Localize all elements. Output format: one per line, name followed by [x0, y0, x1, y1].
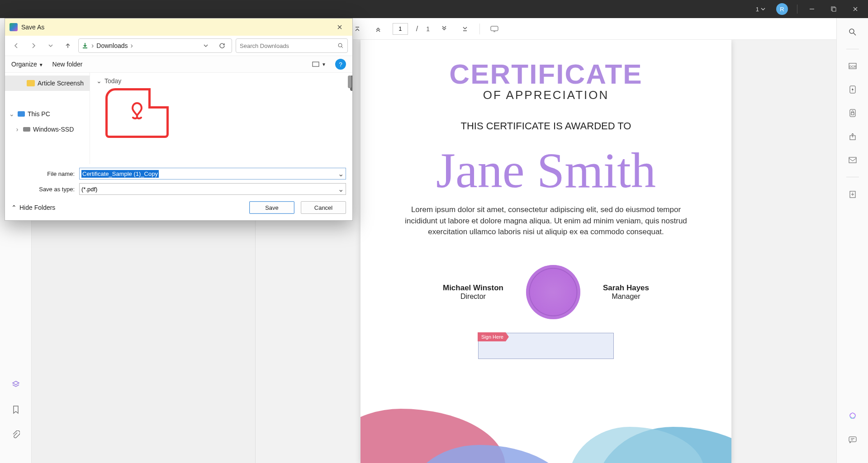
window-close-button[interactable] [846, 0, 864, 18]
share-icon[interactable] [846, 130, 859, 143]
nav-forward-button[interactable] [27, 39, 40, 52]
separator [797, 5, 797, 14]
ocr-icon[interactable]: OCR [846, 59, 859, 73]
app-body: 112% / 1 CERTIFICATE OF APPRECIATION THI… [0, 18, 868, 463]
view-mode-button[interactable]: ▼ [312, 61, 326, 67]
ai-icon[interactable] [846, 410, 859, 423]
file-list[interactable]: ⌄ Today [90, 73, 352, 164]
sign-here-tag: Sign Here [478, 332, 509, 341]
dialog-titlebar[interactable]: Save As [5, 19, 352, 36]
first-page-button[interactable] [351, 23, 364, 35]
comment-icon[interactable] [846, 433, 859, 447]
page-number-input[interactable] [393, 23, 408, 35]
certificate-recipient: Jane Smith [383, 146, 709, 195]
bookmark-icon[interactable] [9, 403, 22, 416]
nav-up-button[interactable] [61, 39, 75, 52]
page-total: 1 [426, 25, 430, 33]
certificate-seal-icon [526, 265, 580, 319]
signature-left: Michael Winston Director [443, 283, 503, 301]
cancel-button[interactable]: Cancel [301, 201, 346, 214]
presentation-icon[interactable] [488, 23, 501, 35]
nav-recent-button[interactable] [44, 39, 57, 52]
chevron-down-icon[interactable]: ⌄ [9, 110, 15, 118]
save-doc-icon[interactable] [846, 187, 859, 201]
new-folder-button[interactable]: New folder [52, 61, 83, 68]
organize-menu[interactable]: Organize ▼ [11, 61, 43, 68]
chevron-right-icon: › [91, 42, 94, 50]
quick-tool-icon[interactable] [846, 83, 859, 96]
search-icon[interactable] [846, 25, 859, 39]
save-as-dialog: Save As › Downloads › Or [5, 18, 353, 221]
prev-page-button[interactable] [372, 23, 384, 35]
window-maximize-button[interactable] [825, 0, 843, 18]
sig1-name: Michael Winston [443, 283, 503, 293]
svg-rect-10 [850, 109, 855, 117]
dialog-search-input[interactable] [240, 43, 335, 49]
tree-item-this-pc[interactable]: ⌄ This PC [5, 106, 90, 122]
separator [479, 24, 480, 34]
svg-text:OCR: OCR [849, 65, 856, 68]
chevron-down-icon[interactable]: ⌄ [338, 170, 344, 178]
dialog-search-box[interactable] [236, 38, 348, 53]
window-minimize-button[interactable] [803, 0, 821, 18]
svg-rect-17 [313, 62, 319, 66]
chevron-right-icon[interactable]: › [131, 42, 133, 50]
dialog-fields: File name: Certificate_Sample (1)_Copy ⌄… [5, 164, 352, 195]
chevron-down-icon: ⌄ [96, 77, 102, 85]
app-icon [9, 23, 18, 31]
filename-input[interactable]: Certificate_Sample (1)_Copy ⌄ [79, 168, 346, 180]
dialog-toolbar: Organize ▼ New folder ▼ ? [5, 56, 352, 73]
document-page: CERTIFICATE OF APPRECIATION THIS CERTIFI… [360, 40, 731, 463]
tree-item-article-screenshots[interactable]: Article Screensh [5, 76, 90, 91]
separator [846, 49, 859, 49]
tree-label: Windows-SSD [33, 126, 74, 133]
nav-back-button[interactable] [9, 39, 23, 52]
tree-label: Article Screensh [38, 80, 84, 87]
savetype-value: (*.pdf) [81, 186, 97, 193]
download-location-icon [81, 42, 89, 49]
tree-item-ssd[interactable]: › Windows-SSD [5, 122, 90, 137]
dialog-close-button[interactable] [332, 20, 348, 34]
sig1-role: Director [443, 293, 503, 301]
next-page-button[interactable] [438, 23, 451, 35]
signature-field[interactable]: Sign Here [478, 333, 614, 359]
chevron-down-icon[interactable]: ⌄ [338, 185, 344, 194]
refresh-button[interactable] [215, 43, 229, 49]
attachment-icon[interactable] [9, 429, 22, 441]
breadcrumb-bar[interactable]: › Downloads › [78, 38, 232, 53]
svg-rect-1 [832, 8, 836, 11]
layers-icon[interactable] [9, 378, 22, 391]
filename-label: File name: [11, 170, 79, 177]
folder-tree[interactable]: Article Screensh ⌄ This PC › Windows-SSD [5, 73, 90, 164]
group-header-today[interactable]: ⌄ Today [96, 77, 346, 85]
dialog-footer: ⌃ Hide Folders Save Cancel [5, 195, 352, 220]
certificate-award-line: THIS CERTIFICATE IS AWARDED TO [383, 120, 709, 132]
chevron-right-icon[interactable]: › [14, 126, 20, 133]
separator [846, 177, 859, 177]
search-icon[interactable] [337, 43, 344, 49]
protect-icon[interactable] [846, 106, 859, 120]
files-scrollbar[interactable] [348, 76, 351, 88]
help-button[interactable]: ? [335, 59, 346, 70]
tab-count[interactable]: 1 [756, 6, 765, 13]
savetype-select[interactable]: (*.pdf) ⌄ [79, 183, 346, 195]
mail-icon[interactable] [846, 153, 859, 167]
decorative-blobs [360, 382, 731, 463]
app-titlebar: 1 R [0, 0, 868, 18]
save-button[interactable]: Save [249, 201, 294, 214]
hide-folders-toggle[interactable]: ⌃ Hide Folders [11, 204, 55, 211]
user-avatar[interactable]: R [776, 3, 788, 15]
savetype-label: Save as type: [11, 186, 79, 193]
drive-icon [23, 127, 30, 132]
tab-count-number: 1 [756, 6, 759, 13]
svg-point-16 [338, 43, 342, 47]
sig2-name: Sarah Hayes [603, 283, 649, 293]
last-page-button[interactable] [459, 23, 471, 35]
folder-icon [27, 80, 35, 86]
breadcrumb-text[interactable]: Downloads [96, 42, 128, 49]
file-item-pdf[interactable] [96, 88, 178, 138]
svg-point-6 [849, 29, 854, 33]
page-separator: / [416, 25, 418, 33]
breadcrumb-dropdown-button[interactable] [199, 43, 213, 48]
signature-row: Michael Winston Director Sarah Hayes Man… [383, 265, 709, 319]
